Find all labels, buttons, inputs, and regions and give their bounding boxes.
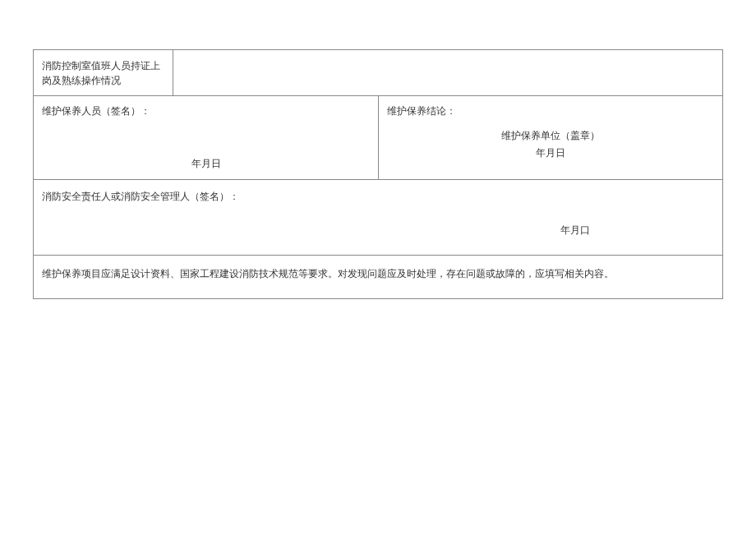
- maintenance-conclusion-cell: 维护保养结论： 维护保养单位（盖章） 年月日: [379, 96, 722, 179]
- maintenance-unit-block: 维护保养单位（盖章） 年月日: [387, 118, 714, 171]
- row-signatures: 维护保养人员（签名）： 年月日 维护保养结论： 维护保养单位（盖章） 年月日: [34, 96, 722, 180]
- form-table: 消防控制室值班人员持证上岗及熟练操作情况 维护保养人员（签名）： 年月日 维护保…: [33, 49, 723, 299]
- maintenance-personnel-date: 年月日: [42, 157, 370, 171]
- maintenance-unit-date: 年月日: [536, 146, 565, 160]
- maintenance-personnel-label: 维护保养人员（签名）：: [42, 104, 370, 118]
- maintenance-unit-seal: 维护保养单位（盖章）: [501, 129, 600, 143]
- page: 消防控制室值班人员持证上岗及熟练操作情况 维护保养人员（签名）： 年月日 维护保…: [0, 0, 756, 535]
- row-note: 维护保养项目应满足设计资料、国家工程建设消防技术规范等要求。对发现问题应及时处理…: [34, 256, 722, 298]
- manager-signature-label: 消防安全责任人或消防安全管理人（签名）：: [42, 190, 714, 204]
- maintenance-personnel-cell: 维护保养人员（签名）： 年月日: [34, 96, 379, 179]
- manager-signature-date: 年月口: [42, 224, 714, 238]
- cert-operation-value: [173, 50, 722, 95]
- row-manager-signature: 消防安全责任人或消防安全管理人（签名）： 年月口: [34, 180, 722, 256]
- row-cert-operation: 消防控制室值班人员持证上岗及熟练操作情况: [34, 50, 722, 96]
- note-text: 维护保养项目应满足设计资料、国家工程建设消防技术规范等要求。对发现问题应及时处理…: [42, 267, 614, 287]
- maintenance-conclusion-label: 维护保养结论：: [387, 104, 714, 118]
- cert-operation-label: 消防控制室值班人员持证上岗及熟练操作情况: [34, 50, 173, 95]
